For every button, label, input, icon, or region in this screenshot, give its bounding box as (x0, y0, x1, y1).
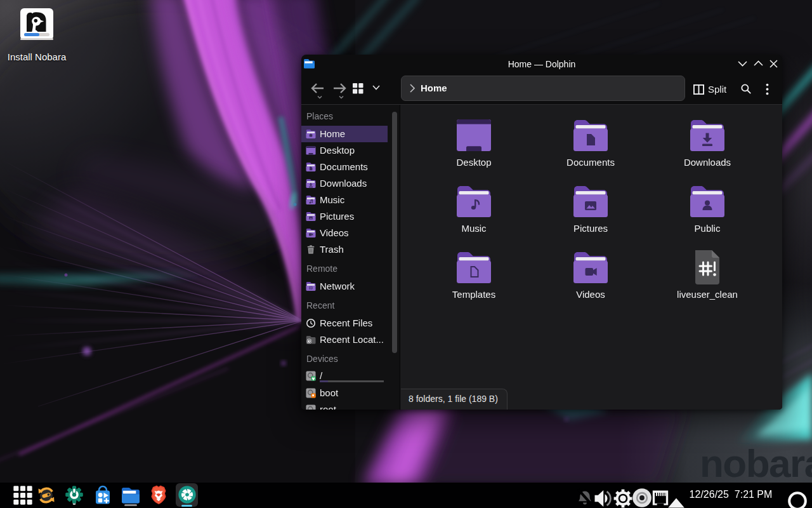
svg-text:nobara: nobara (700, 441, 812, 483)
